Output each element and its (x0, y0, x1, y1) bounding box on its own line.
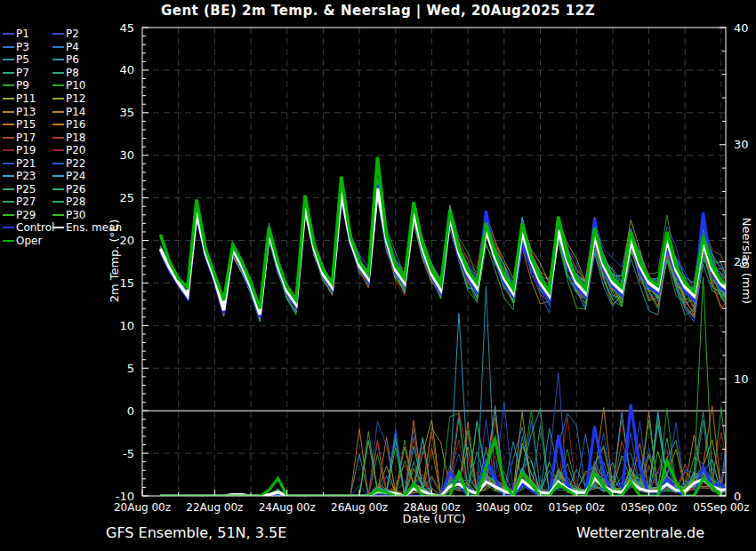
x-tick-label: 22Aug 00z (186, 501, 243, 514)
y-left-tick-label: 5 (127, 362, 134, 375)
x-tick-label: 20Aug 00z (114, 501, 171, 514)
ensemble-member-precip-lines (160, 277, 739, 496)
x-tick-label: 05Sep 00z (693, 501, 749, 514)
footer-site-name: Wetterzentrale.de (576, 524, 704, 541)
y-left-tick-label: 35 (119, 106, 134, 119)
y-axis-left-title: 2m Temp. (°C) (108, 84, 121, 439)
y-right-tick-label: 40 (734, 21, 749, 35)
y-left-tick-label: 45 (119, 21, 134, 35)
x-axis-title: Date (UTC) (256, 512, 612, 525)
y-left-tick-label: 10 (119, 319, 134, 332)
meteogram-page: { "title": "Gent (BE) 2m Temp. & Neersla… (0, 0, 756, 551)
y-left-tick-label: 40 (119, 63, 134, 76)
ensemble-member-temp-lines (160, 178, 739, 322)
y-left-tick-label: 30 (119, 148, 134, 162)
x-tick-label: 03Sep 00z (621, 501, 677, 514)
y-left-tick-label: -5 (123, 447, 134, 460)
y-left-tick-label: 20 (119, 234, 134, 247)
y-axis-right-title: Neerslag (mm) (740, 84, 753, 439)
y-left-tick-label: 15 (119, 276, 134, 290)
y-left-tick-label: 25 (119, 191, 134, 204)
y-left-tick-label: 0 (127, 404, 134, 418)
footer-model-info: GFS Ensemble, 51N, 3.5E (106, 524, 286, 541)
